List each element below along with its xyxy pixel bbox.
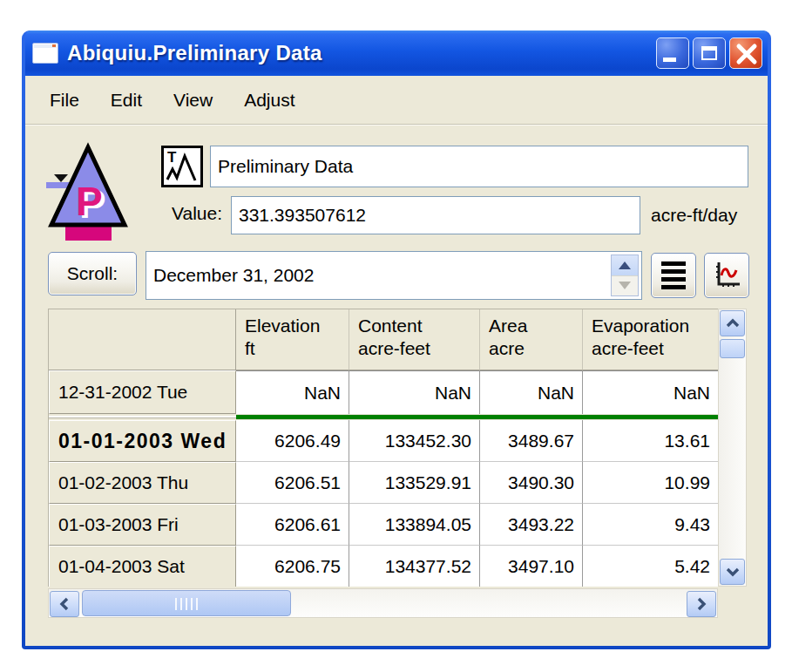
maximize-button[interactable] [693,37,726,69]
column-name: Elevation [245,316,320,336]
chevron-right-icon [696,596,707,612]
minimize-icon [663,58,676,62]
table-cell[interactable]: 6206.61 [236,504,349,546]
close-icon [735,43,758,65]
unit-label: acre-ft/day [651,205,737,226]
table-cell[interactable]: 13.61 [583,420,718,462]
row-label: 12-31-2002 Tue [49,370,236,414]
value-label: Value: [156,203,222,224]
table-cell[interactable]: 133452.30 [349,420,480,462]
value-field[interactable]: 331.393507612 [231,196,640,234]
table-cell[interactable]: 3497.10 [480,546,583,587]
chevron-left-icon [59,596,70,612]
menubar: File Edit View Adjust [25,76,768,125]
slot-table: ElevationftContentacre-feetAreaacreEvapo… [48,309,747,587]
plot-view-button[interactable] [704,253,749,298]
column-unit: ft [245,337,343,360]
row-label: 01-02-2003 Thu [49,462,236,504]
column-header-content: Contentacre-feet [349,309,480,370]
list-view-icon [661,261,686,289]
arrow-up-icon [619,261,631,269]
spinner-down-button[interactable] [612,275,638,296]
window-icon [32,43,58,64]
vertical-scroll-thumb[interactable] [720,339,745,358]
menu-adjust[interactable]: Adjust [244,90,294,111]
slot-table-grid: ElevationftContentacre-feetAreaacreEvapo… [48,309,718,587]
table-cell[interactable]: 133529.91 [349,462,480,504]
date-value: December 31, 2002 [153,265,314,286]
thumb-grip-icon [175,598,198,610]
current-date-divider [236,414,718,420]
menu-edit[interactable]: Edit [111,90,142,111]
scroll-right-button[interactable] [687,591,716,617]
svg-text:T: T [167,149,177,166]
row-label: 01-01-2003 Wed [49,420,236,462]
date-field[interactable]: December 31, 2002 [146,251,642,300]
desktop: Abiquiu.Preliminary Data File Edit View … [0,0,792,672]
minimize-button[interactable] [656,37,689,69]
row-label: 01-03-2003 Fri [49,504,236,546]
column-name: Evaporation [592,316,689,336]
column-header-elevation: Elevationft [236,309,349,370]
window-controls [656,37,762,69]
table-cell[interactable]: NaN [236,370,349,414]
chevron-up-icon [725,318,741,329]
timeseries-icon: T [161,146,203,187]
scroll-up-button[interactable] [720,310,745,336]
table-cell[interactable]: 134377.52 [349,546,480,587]
table-cell[interactable]: 10.99 [583,462,718,504]
chevron-down-icon [725,567,741,577]
column-unit: acre-feet [592,337,713,360]
window-title: Abiquiu.Preliminary Data [67,41,656,65]
table-cell[interactable]: NaN [349,370,480,414]
table-cell[interactable]: 5.42 [583,546,718,587]
row-label: 01-04-2003 Sat [49,546,236,587]
table-cell[interactable]: 3490.30 [480,462,583,504]
table-cell[interactable]: 6206.49 [236,420,349,462]
column-unit: acre [489,337,577,360]
window-content: File Edit View Adjust P P T [25,76,768,646]
column-header-evaporation: Evaporationacre-feet [583,309,718,370]
table-cell[interactable]: 3489.67 [480,420,583,462]
column-name: Content [358,316,423,336]
table-cell[interactable]: 3493.22 [480,504,583,546]
scroll-button[interactable]: Scroll: [48,252,137,295]
table-cell[interactable]: NaN [583,370,718,414]
horizontal-scroll-thumb[interactable] [82,590,291,616]
titlebar[interactable]: Abiquiu.Preliminary Data [25,31,768,76]
table-corner-cell [49,309,236,370]
maximize-icon [701,46,717,60]
table-cell[interactable]: 6206.75 [236,546,349,587]
list-view-button[interactable] [651,253,696,298]
menu-view[interactable]: View [173,90,213,111]
column-name: Area [489,316,527,336]
plot-view-icon [712,261,741,290]
column-header-area: Areaacre [480,309,583,370]
reservoir-icon: P P [46,142,130,245]
divider-label-cell [49,414,236,420]
arrow-down-icon [619,282,631,289]
app-window: Abiquiu.Preliminary Data File Edit View … [22,31,771,649]
close-button[interactable] [729,37,762,69]
date-spinner [611,255,639,296]
table-cell[interactable]: NaN [480,370,583,414]
menu-file[interactable]: File [50,90,79,111]
table-cell[interactable]: 133894.05 [349,504,480,546]
spinner-up-button[interactable] [612,255,638,275]
column-unit: acre-feet [358,337,474,360]
table-cell[interactable]: 6206.51 [236,462,349,504]
slot-name-field[interactable]: Preliminary Data [210,146,748,187]
table-cell[interactable]: 9.43 [583,504,718,546]
scroll-left-button[interactable] [50,591,79,617]
vertical-scrollbar[interactable] [718,309,747,587]
svg-text:P: P [76,179,103,224]
scroll-down-button[interactable] [720,559,745,585]
horizontal-scrollbar[interactable] [48,588,718,618]
